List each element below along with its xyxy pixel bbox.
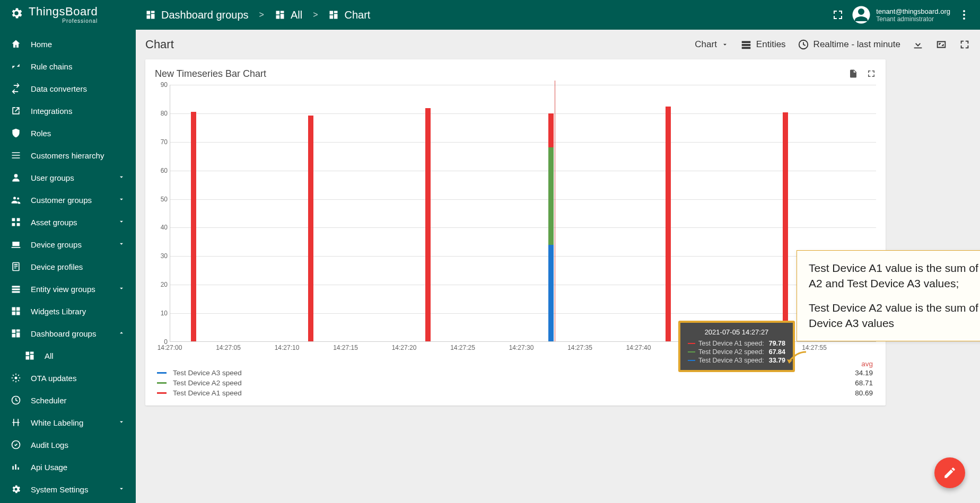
- kebab-icon[interactable]: [958, 8, 970, 21]
- nav-item-api-usage[interactable]: Api Usage: [0, 456, 136, 478]
- download-icon[interactable]: [912, 39, 924, 50]
- dashboard-icon: [11, 328, 21, 339]
- y-tick: 10: [161, 310, 168, 317]
- nav-item-home[interactable]: Home: [0, 33, 136, 55]
- nav-item-system-settings[interactable]: System Settings: [0, 478, 136, 500]
- nav-item-device-groups[interactable]: Device groups: [0, 233, 136, 255]
- breadcrumb-all[interactable]: All: [275, 9, 302, 21]
- nav-item-asset-groups[interactable]: Asset groups: [0, 211, 136, 233]
- fullscreen-icon[interactable]: [959, 39, 970, 50]
- y-tick: 50: [161, 196, 168, 203]
- x-tick: 14:27:35: [567, 344, 592, 351]
- user-role: Tenant administrator: [876, 15, 950, 23]
- timewindow-button[interactable]: Realtime - last minute: [798, 39, 900, 50]
- nav-label: Device groups: [31, 240, 82, 249]
- nav-item-data-converters[interactable]: Data converters: [0, 77, 136, 100]
- nav-label: All: [45, 351, 54, 360]
- nav-label: System Settings: [31, 485, 88, 494]
- legend-row[interactable]: Test Device A2 speed68.71: [155, 378, 876, 388]
- widget-card: New Timeseries Bar Chart 010203040506070…: [145, 59, 886, 405]
- nav-item-entity-view-groups[interactable]: Entity view groups: [0, 278, 136, 300]
- y-tick: 20: [161, 281, 168, 288]
- chevron-down-icon: [118, 485, 125, 494]
- nav-label: OTA updates: [31, 374, 76, 383]
- tooltip-row: Test Device A3 speed:33.79: [688, 356, 785, 365]
- chart-plot: 0102030405060708090: [155, 85, 876, 342]
- x-tick: 14:27:40: [626, 344, 651, 351]
- bar: [548, 113, 554, 341]
- nav-item-widgets-library[interactable]: Widgets Library: [0, 300, 136, 322]
- chevron-down-icon: [118, 173, 125, 182]
- fullscreen-icon[interactable]: [832, 8, 844, 21]
- tooltip-row: Test Device A2 speed:67.84: [688, 348, 785, 356]
- nav-label: Audit Logs: [31, 440, 68, 449]
- bar: [308, 116, 313, 341]
- user-menu[interactable]: tenant@thingsboard.org Tenant administra…: [852, 5, 950, 24]
- entity-icon: [11, 284, 21, 294]
- nav-label: Asset groups: [31, 218, 77, 227]
- nav-item-scheduler[interactable]: Scheduler: [0, 389, 136, 411]
- legend-avg: 68.71: [855, 379, 876, 387]
- gridline: [170, 227, 876, 228]
- y-tick: 60: [161, 167, 168, 174]
- home-icon: [11, 39, 21, 49]
- export-icon[interactable]: [848, 69, 858, 78]
- nav-item-user-groups[interactable]: User groups: [0, 166, 136, 189]
- y-tick: 80: [161, 110, 168, 117]
- edit-fab[interactable]: [934, 457, 965, 488]
- chevron-down-icon: [118, 418, 125, 427]
- svg-point-2: [17, 197, 19, 199]
- x-tick: 14:27:00: [158, 344, 182, 351]
- entities-button[interactable]: Entities: [740, 39, 786, 50]
- breadcrumb-label: Chart: [344, 9, 370, 21]
- nav-label: User groups: [31, 173, 74, 182]
- annotation-callout: Test Device A1 value is the sum of itsel…: [797, 250, 980, 341]
- y-tick: 70: [161, 138, 168, 146]
- nav-item-white-labeling[interactable]: White Labeling: [0, 411, 136, 434]
- page-title: Chart: [145, 38, 174, 51]
- hover-marker: [555, 81, 555, 341]
- nav-item-device-profiles[interactable]: Device profiles: [0, 255, 136, 278]
- nav-label: Customers hierarchy: [31, 151, 104, 160]
- callout-arrow-icon: [786, 350, 807, 371]
- chevron-down-icon: [118, 240, 125, 249]
- profile-icon: [11, 261, 21, 272]
- x-tick: 14:27:30: [509, 344, 534, 351]
- x-tick: 14:27:20: [392, 344, 417, 351]
- bar: [425, 108, 431, 341]
- breadcrumb-label: All: [291, 9, 302, 21]
- chevron-down-icon: [118, 285, 125, 294]
- chart-dropdown[interactable]: Chart: [695, 39, 729, 50]
- aspect-ratio-icon[interactable]: [935, 39, 947, 50]
- nav-item-roles[interactable]: Roles: [0, 122, 136, 144]
- legend-label: Test Device A1 speed: [173, 389, 242, 397]
- customers-icon: [11, 195, 21, 205]
- svg-point-8: [963, 10, 965, 12]
- nav-item-rule-chains[interactable]: Rule chains: [0, 55, 136, 77]
- nav-item-audit-logs[interactable]: Audit Logs: [0, 434, 136, 456]
- nav-item-integrations[interactable]: Integrations: [0, 100, 136, 122]
- nav-item-customers-hierarchy[interactable]: Customers hierarchy: [0, 144, 136, 166]
- breadcrumb-groups[interactable]: Dashboard groups: [145, 9, 249, 21]
- tooltip-timestamp: 2021-07-05 14:27:27: [688, 328, 785, 336]
- legend-row[interactable]: Test Device A1 speed80.69: [155, 388, 876, 398]
- y-tick: 40: [161, 224, 168, 231]
- dashboard-content: New Timeseries Bar Chart 010203040506070…: [136, 59, 980, 503]
- nav-item-customer-groups[interactable]: Customer groups: [0, 189, 136, 211]
- bar: [191, 112, 196, 341]
- x-tick: 14:27:25: [450, 344, 475, 351]
- devices-icon: [11, 239, 21, 250]
- convert-icon: [11, 83, 21, 94]
- nav-item-all[interactable]: All: [0, 345, 136, 367]
- breadcrumb-sep: >: [313, 10, 318, 20]
- gridline: [170, 256, 876, 257]
- entities-icon: [740, 39, 752, 50]
- fullscreen-icon[interactable]: [867, 69, 876, 78]
- user-email: tenant@thingsboard.org: [876, 7, 950, 15]
- breadcrumb-chart[interactable]: Chart: [328, 9, 370, 21]
- brand-logo[interactable]: ThingsBoard Professional: [0, 0, 136, 30]
- nav-item-dashboard-groups[interactable]: Dashboard groups: [0, 322, 136, 345]
- nav-label: Widgets Library: [31, 307, 86, 316]
- brand-edition: Professional: [29, 19, 98, 24]
- nav-item-ota-updates[interactable]: OTA updates: [0, 367, 136, 389]
